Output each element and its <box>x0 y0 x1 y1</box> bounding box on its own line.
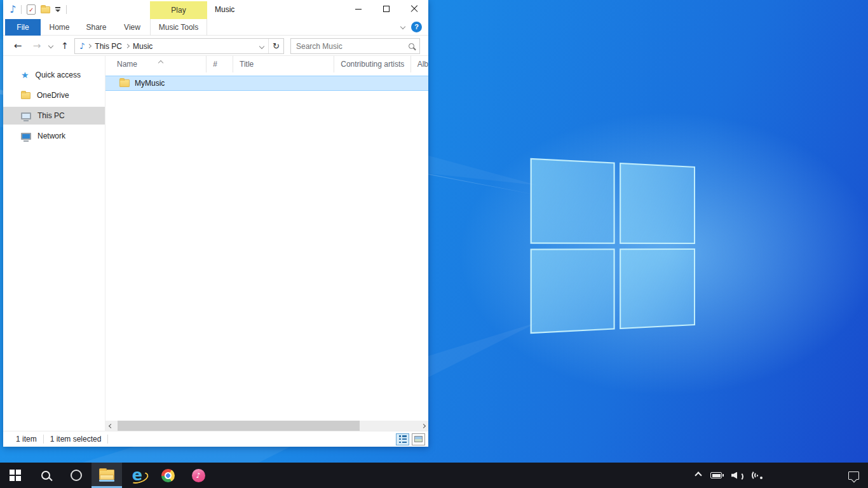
file-list-pane: Name # Title Contributing artists Alb My… <box>105 56 428 431</box>
refresh-button[interactable]: ↻ <box>268 39 283 53</box>
recent-locations-chevron[interactable] <box>46 36 55 56</box>
tab-view[interactable]: View <box>114 19 150 36</box>
navigation-bar: ← → ↑ ♪ This PC Music ↻ Search Music <box>3 36 428 56</box>
action-center-icon[interactable] <box>848 471 859 480</box>
forward-button[interactable]: → <box>30 36 44 56</box>
title-bar: ♪ ✓ Music <box>3 0 428 19</box>
separator <box>43 435 44 444</box>
wifi-icon[interactable] <box>752 470 764 480</box>
quick-access-toolbar: ♪ ✓ <box>10 0 67 19</box>
minimize-button[interactable] <box>344 0 372 18</box>
sidebar-item-this-pc[interactable]: This PC <box>3 107 105 125</box>
taskbar: e ♪ <box>0 463 868 488</box>
battery-icon[interactable] <box>710 472 722 478</box>
chevron-left-icon <box>108 423 112 428</box>
system-tray <box>696 463 868 488</box>
properties-button[interactable]: ✓ <box>27 4 36 15</box>
sidebar-item-label: This PC <box>37 111 65 120</box>
internet-explorer-button[interactable]: e <box>122 463 153 488</box>
details-view-icon <box>399 435 407 443</box>
maximize-icon <box>383 6 390 12</box>
windows-logo <box>531 158 695 334</box>
onedrive-folder-icon <box>21 92 31 99</box>
app-music-note-icon: ♪ <box>10 4 16 15</box>
file-row-mymusic[interactable]: MyMusic <box>105 76 428 91</box>
view-toggle-buttons <box>396 433 425 445</box>
column-headers: Name # Title Contributing artists Alb <box>105 56 428 72</box>
scroll-left-button[interactable] <box>105 421 116 431</box>
customize-qat-dropdown[interactable] <box>55 6 61 13</box>
this-pc-monitor-icon <box>21 112 31 119</box>
column-header-number[interactable]: # <box>207 56 233 72</box>
column-header-name[interactable]: Name <box>105 56 207 72</box>
search-input[interactable]: Search Music <box>290 38 420 54</box>
tab-play-contextual[interactable]: Play <box>150 1 207 19</box>
sidebar-item-network[interactable]: Network <box>3 127 105 145</box>
address-dropdown-button[interactable] <box>255 44 268 48</box>
quick-access-star-icon: ★ <box>21 71 29 79</box>
file-name: MyMusic <box>135 79 165 88</box>
up-button[interactable]: ↑ <box>58 36 72 56</box>
taskbar-search-button[interactable] <box>31 463 61 488</box>
maximize-button[interactable] <box>372 0 400 18</box>
cortana-circle-icon <box>71 470 82 481</box>
tab-music-tools[interactable]: Music Tools <box>150 19 207 36</box>
scroll-right-button[interactable] <box>418 421 428 431</box>
window-title: Music <box>215 5 234 14</box>
volume-icon[interactable] <box>731 471 742 480</box>
tab-file[interactable]: File <box>5 19 41 36</box>
breadcrumb-music[interactable]: Music <box>129 39 156 53</box>
separator <box>21 5 22 14</box>
breadcrumb-this-pc[interactable]: This PC <box>91 39 126 53</box>
new-folder-button[interactable] <box>41 6 50 13</box>
tab-home[interactable]: Home <box>41 19 78 36</box>
column-header-title[interactable]: Title <box>233 56 334 72</box>
close-button[interactable] <box>400 0 428 18</box>
large-icons-view-button[interactable] <box>412 433 425 445</box>
chrome-icon <box>161 469 175 482</box>
selection-count: 1 item selected <box>50 435 102 444</box>
sidebar-item-quick-access[interactable]: ★ Quick access <box>3 66 105 84</box>
sidebar-item-label: OneDrive <box>37 91 69 100</box>
windows-logo-pane <box>620 248 695 330</box>
chrome-button[interactable] <box>153 463 183 488</box>
tab-share[interactable]: Share <box>78 19 114 36</box>
sidebar-item-label: Network <box>37 132 65 140</box>
network-computer-icon <box>21 133 31 140</box>
back-button[interactable]: ← <box>11 36 25 56</box>
search-placeholder: Search Music <box>296 42 342 51</box>
scrollbar-track[interactable] <box>116 421 418 431</box>
sidebar-item-label: Quick access <box>36 71 81 79</box>
status-bar: 1 item 1 item selected <box>3 431 428 447</box>
column-header-contributing-artists[interactable]: Contributing artists <box>334 56 410 72</box>
search-icon <box>41 471 50 480</box>
close-icon <box>410 5 418 13</box>
itunes-icon: ♪ <box>192 469 205 482</box>
horizontal-scrollbar[interactable] <box>105 421 428 431</box>
itunes-button[interactable]: ♪ <box>183 463 214 488</box>
large-icons-view-icon <box>414 436 423 442</box>
column-header-album[interactable]: Alb <box>411 56 428 72</box>
search-icon[interactable] <box>409 43 414 49</box>
separator <box>66 5 67 14</box>
file-explorer-taskbar-button[interactable] <box>92 463 122 488</box>
start-button[interactable] <box>0 463 31 488</box>
windows-logo-pane <box>531 248 615 334</box>
address-bar[interactable]: ♪ This PC Music ↻ <box>74 38 284 54</box>
file-explorer-icon <box>99 470 114 482</box>
scrollbar-thumb[interactable] <box>118 421 360 431</box>
navigation-pane: ★ Quick access OneDrive This PC Network <box>3 56 105 431</box>
sort-ascending-icon <box>159 58 163 67</box>
sidebar-item-onedrive[interactable]: OneDrive <box>3 86 105 104</box>
windows-logo-pane <box>620 163 695 244</box>
internet-explorer-icon: e <box>132 468 142 483</box>
expand-ribbon-chevron-icon[interactable] <box>400 24 405 29</box>
help-button[interactable]: ? <box>411 22 422 32</box>
minimize-icon <box>355 9 362 10</box>
address-music-note-icon: ♪ <box>79 41 85 51</box>
details-view-button[interactable] <box>396 433 409 445</box>
separator <box>107 435 108 444</box>
windows-start-icon <box>10 470 21 481</box>
hidden-icons-chevron-icon[interactable] <box>695 471 702 478</box>
cortana-button[interactable] <box>61 463 92 488</box>
